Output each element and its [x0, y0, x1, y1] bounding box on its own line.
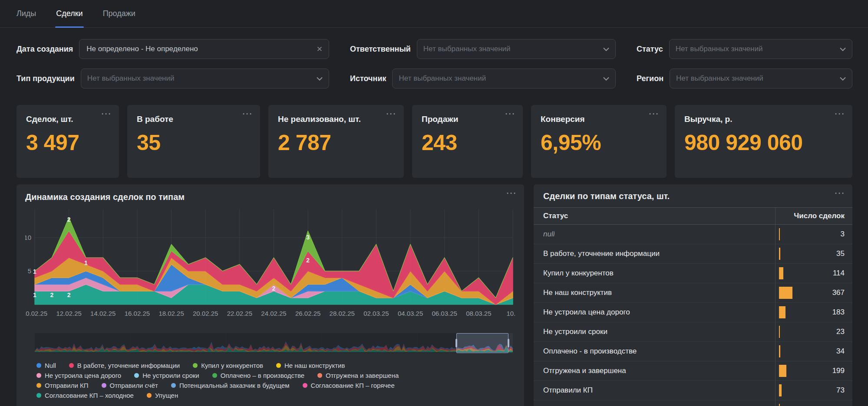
value-cell: 35: [775, 244, 852, 263]
svg-text:2: 2: [67, 291, 71, 298]
legend-dot-icon: [212, 373, 217, 378]
chart-title: Динамика создания сделок по типам: [25, 192, 515, 202]
value-number: 35: [836, 249, 845, 258]
legend-item[interactable]: Отправили счёт: [102, 382, 158, 389]
legend-item[interactable]: Отправили КП: [36, 382, 89, 389]
legend-item[interactable]: Согласование КП – горячее: [303, 382, 395, 389]
stacked-area-chart[interactable]: 51010.02.2512.02.2514.02.2516.02.2518.02…: [25, 207, 515, 318]
legend-label: Null: [45, 362, 56, 369]
date-range-value[interactable]: [86, 44, 313, 54]
kebab-menu-icon[interactable]: ⋯: [834, 108, 845, 120]
status-select[interactable]: Нет выбранных значений: [669, 39, 852, 59]
filter-region: Регион Нет выбранных значений: [637, 69, 852, 88]
svg-text:22.02.25: 22.02.25: [227, 310, 252, 317]
legend-item[interactable]: Не устроили сроки: [134, 372, 199, 379]
legend-dot-icon: [36, 363, 41, 368]
responsible-select[interactable]: Нет выбранных значений: [417, 39, 616, 59]
source-select[interactable]: Нет выбранных значений: [392, 69, 616, 88]
value-cell: 34: [775, 342, 852, 361]
status-cell: Не наш конструктив: [534, 283, 775, 302]
kebab-menu-icon[interactable]: ⋯: [242, 108, 253, 120]
legend-dot-icon: [69, 363, 74, 368]
legend-item[interactable]: Оплачено – в производстве: [212, 372, 304, 379]
kpi-label: Не реализовано, шт.: [278, 115, 394, 124]
value-number: 199: [832, 367, 845, 375]
panels-row: ⋯ Динамика создания сделок по типам 5101…: [0, 178, 868, 406]
column-header-count: Число сделок: [775, 208, 852, 224]
kpi-value: 6,95%: [541, 130, 657, 155]
value-number: 114: [833, 269, 845, 278]
kebab-menu-icon[interactable]: ⋯: [834, 187, 845, 200]
table-title: Сделки по типам статуса, шт.: [534, 191, 852, 201]
status-cell: Купил у конкурентов: [534, 264, 775, 283]
clear-icon[interactable]: ✕: [317, 46, 323, 53]
value-bar: [779, 326, 780, 338]
chevron-down-icon: [317, 77, 323, 81]
kebab-menu-icon[interactable]: ⋯: [101, 108, 112, 120]
status-label: Купил у конкурентов: [543, 269, 614, 278]
legend-item[interactable]: Null: [36, 362, 56, 369]
region-select[interactable]: Нет выбранных значений: [670, 69, 852, 88]
legend-dot-icon: [317, 373, 322, 378]
kebab-menu-icon[interactable]: ⋯: [386, 108, 397, 120]
svg-text:1: 1: [84, 259, 88, 266]
legend-item[interactable]: Потенциальный заказчик в будущем: [171, 382, 290, 389]
legend-label: В работе, уточнение информации: [77, 362, 180, 369]
chart-minimap[interactable]: [35, 333, 513, 353]
table-row: Отгружена и завершена199: [534, 361, 852, 381]
legend-dot-icon: [171, 383, 176, 388]
tab-lidy[interactable]: Лиды: [17, 0, 36, 27]
date-range-input[interactable]: ✕: [79, 39, 329, 59]
minimap-shade: [35, 333, 456, 353]
status-cell: Оплачено - в производстве: [534, 342, 775, 361]
kebab-menu-icon[interactable]: ⋯: [506, 187, 517, 200]
status-label: null: [543, 230, 554, 239]
table-row: Купил у конкурентов114: [534, 264, 852, 283]
legend-item[interactable]: Не наш конструктив: [276, 362, 345, 369]
status-label: В работе, уточнение информации: [543, 249, 660, 258]
value-cell: 199: [775, 361, 852, 380]
legend-label: Согласование КП – холодное: [45, 392, 134, 399]
svg-text:28.02.25: 28.02.25: [330, 310, 355, 317]
status-label: Не устроили сроки: [543, 327, 607, 336]
status-table-panel: ⋯ Сделки по типам статуса, шт. Статус Чи…: [534, 184, 852, 406]
minimap-selection[interactable]: [456, 333, 508, 353]
legend-item[interactable]: Согласование КП – холодное: [36, 392, 134, 399]
status-cell: null: [534, 225, 775, 244]
select-placeholder: Нет выбранных значений: [87, 74, 312, 83]
tab-sdelki[interactable]: Сделки: [56, 0, 83, 27]
legend-item[interactable]: Отгружена и завершена: [317, 372, 399, 379]
table-row: Оплачено - в производстве34: [534, 342, 852, 361]
value-bar: [779, 365, 786, 377]
product-type-select[interactable]: Нет выбранных значений: [81, 69, 329, 88]
minimap-handle-left[interactable]: [455, 339, 457, 347]
svg-text:24.02.25: 24.02.25: [261, 310, 286, 317]
kpi-card-revenue: ⋯ Выручка, р. 980 929 060: [675, 105, 852, 178]
legend-item[interactable]: Упущен: [147, 392, 178, 399]
legend-item[interactable]: Не устроила цена дорого: [36, 372, 121, 379]
kebab-menu-icon[interactable]: ⋯: [648, 108, 660, 120]
kebab-menu-icon[interactable]: ⋯: [505, 108, 516, 120]
chevron-down-icon: [603, 47, 609, 51]
svg-text:12.02.25: 12.02.25: [56, 310, 81, 317]
minimap-handle-right[interactable]: [508, 339, 509, 347]
svg-text:2: 2: [272, 285, 276, 292]
svg-text:26.02.25: 26.02.25: [295, 310, 320, 317]
filter-status: Статус Нет выбранных значений: [637, 39, 852, 59]
legend-item[interactable]: В работе, уточнение информации: [69, 362, 180, 369]
tab-bar: Лиды Сделки Продажи: [0, 0, 868, 28]
tab-prodazhi[interactable]: Продажи: [103, 0, 135, 27]
value-bar: [779, 228, 780, 240]
legend-label: Не устроила цена дорого: [45, 372, 121, 379]
value-bar: [779, 248, 780, 260]
table-header: Статус Число сделок: [534, 207, 852, 225]
legend-item[interactable]: Купил у конкурентов: [193, 362, 263, 369]
filter-source: Источник Нет выбранных значений: [350, 69, 616, 88]
filter-label: Дата создания: [17, 45, 73, 54]
kpi-value: 2 787: [278, 130, 394, 155]
legend-dot-icon: [193, 363, 198, 368]
select-placeholder: Нет выбранных значений: [423, 45, 599, 53]
filter-date-created: Дата создания ✕: [17, 39, 329, 59]
table-row: Отправили счёт7: [534, 400, 852, 406]
legend-row: NullВ работе, уточнение информацииКупил …: [36, 362, 515, 369]
